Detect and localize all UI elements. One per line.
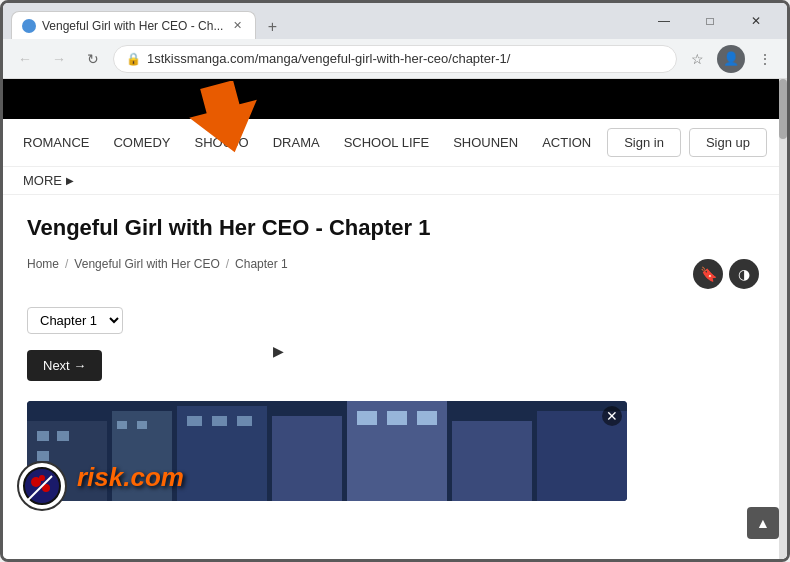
active-tab[interactable]: Vengeful Girl with Her CEO - Ch... ✕ (11, 11, 256, 39)
svg-rect-24 (417, 411, 437, 425)
svg-rect-14 (37, 431, 49, 441)
breadcrumb: Home / Vengeful Girl with Her CEO / Chap… (27, 257, 288, 271)
maximize-button[interactable]: □ (687, 3, 733, 39)
bookmark-star-button[interactable]: ☆ (683, 45, 711, 73)
page-content: Vengeful Girl with Her CEO - Chapter 1 H… (3, 195, 787, 521)
tab-title: Vengeful Girl with Her CEO - Ch... (42, 19, 223, 33)
scroll-top-button[interactable]: ▲ (747, 507, 779, 539)
nav-actions: Sign in Sign up (607, 128, 767, 157)
forward-button[interactable]: → (45, 45, 73, 73)
window-controls: — □ ✕ (641, 3, 779, 39)
url-text: 1stkissmanga.com/manga/vengeful-girl-wit… (147, 51, 510, 66)
next-button[interactable]: Next → (27, 350, 102, 381)
bookmark-button[interactable]: 🔖 (693, 259, 723, 289)
watermark-icon-container (17, 461, 67, 511)
scrollbar-thumb[interactable] (779, 79, 787, 139)
new-tab-button[interactable]: + (260, 15, 284, 39)
chapter-select[interactable]: Chapter 1 (27, 307, 123, 334)
more-row: MORE ▶ (3, 167, 787, 195)
svg-rect-10 (272, 416, 342, 501)
more-button[interactable]: MORE ▶ (23, 173, 74, 188)
site-nav: ROMANCE COMEDY SHOUJO DRAMA SCHOOL LIFE … (3, 119, 787, 167)
breadcrumb-sep-2: / (226, 257, 229, 271)
svg-rect-16 (37, 451, 49, 461)
manga-preview: risk.com ✕ (27, 401, 627, 501)
address-input[interactable]: 🔒 1stkissmanga.com/manga/vengeful-girl-w… (113, 45, 677, 73)
nav-school-life[interactable]: SCHOOL LIFE (344, 135, 429, 150)
breadcrumb-sep-1: / (65, 257, 68, 271)
watermark-circle (17, 461, 67, 511)
close-button[interactable]: ✕ (733, 3, 779, 39)
website-content: ROMANCE COMEDY SHOUJO DRAMA SCHOOL LIFE … (3, 79, 787, 559)
profile-button[interactable]: 👤 (717, 45, 745, 73)
tab-favicon (22, 19, 36, 33)
tab-area: Vengeful Girl with Her CEO - Ch... ✕ + (11, 3, 627, 39)
nav-comedy[interactable]: COMEDY (113, 135, 170, 150)
svg-rect-21 (237, 416, 252, 426)
address-bar: ← → ↻ 🔒 1stkissmanga.com/manga/vengeful-… (3, 39, 787, 79)
svg-rect-23 (387, 411, 407, 425)
nav-romance[interactable]: ROMANCE (23, 135, 89, 150)
breadcrumb-row: Home / Vengeful Girl with Her CEO / Chap… (27, 257, 763, 291)
watermark-text: risk.com (77, 462, 184, 493)
util-icons: 🔖 ◑ (693, 259, 759, 289)
signup-button[interactable]: Sign up (689, 128, 767, 157)
manga-close-button[interactable]: ✕ (602, 406, 622, 426)
minimize-button[interactable]: — (641, 3, 687, 39)
tab-close-button[interactable]: ✕ (229, 18, 245, 34)
brightness-button[interactable]: ◑ (729, 259, 759, 289)
browser-menu-button[interactable]: ⋮ (751, 45, 779, 73)
signin-button[interactable]: Sign in (607, 128, 681, 157)
chapter-controls: Chapter 1 (27, 307, 763, 334)
titlebar: Vengeful Girl with Her CEO - Ch... ✕ + —… (3, 3, 787, 39)
svg-rect-15 (57, 431, 69, 441)
svg-point-4 (39, 475, 45, 481)
svg-rect-12 (452, 421, 532, 501)
nav-shoujo[interactable]: SHOUJO (195, 135, 249, 150)
nav-shounen[interactable]: SHOUNEN (453, 135, 518, 150)
nav-links: ROMANCE COMEDY SHOUJO DRAMA SCHOOL LIFE … (23, 135, 607, 150)
scrollbar-track[interactable] (779, 79, 787, 559)
nav-drama[interactable]: DRAMA (273, 135, 320, 150)
next-btn-row: Next → (27, 350, 763, 381)
svg-rect-22 (357, 411, 377, 425)
breadcrumb-home[interactable]: Home (27, 257, 59, 271)
manga-preview-container: risk.com ✕ (27, 401, 763, 501)
nav-action[interactable]: ACTION (542, 135, 591, 150)
svg-rect-17 (117, 421, 127, 429)
svg-rect-20 (212, 416, 227, 426)
browser-frame: Vengeful Girl with Her CEO - Ch... ✕ + —… (0, 0, 790, 562)
svg-rect-19 (187, 416, 202, 426)
watermark-svg (22, 466, 62, 506)
svg-rect-18 (137, 421, 147, 429)
reload-button[interactable]: ↻ (79, 45, 107, 73)
breadcrumb-chapter: Chapter 1 (235, 257, 288, 271)
breadcrumb-series[interactable]: Vengeful Girl with Her CEO (74, 257, 219, 271)
lock-icon: 🔒 (126, 52, 141, 66)
back-button[interactable]: ← (11, 45, 39, 73)
page-title: Vengeful Girl with Her CEO - Chapter 1 (27, 215, 763, 241)
site-header (3, 79, 787, 119)
